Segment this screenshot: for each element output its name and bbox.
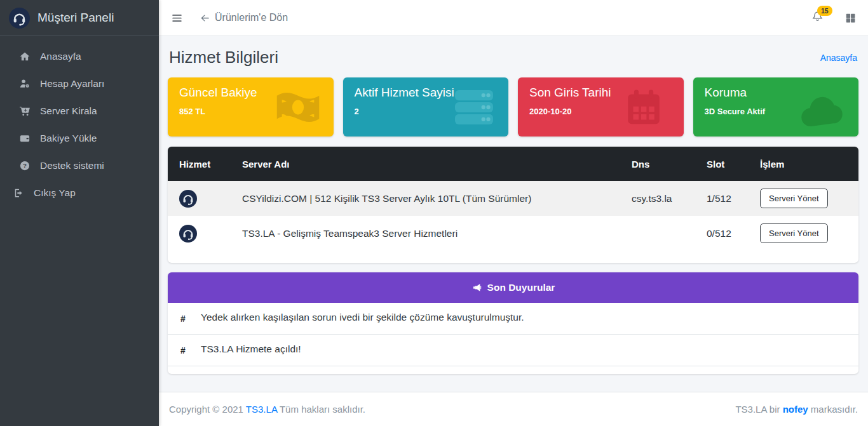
card-title: Son Giris Tarihi [529, 86, 672, 100]
apps-grid-button[interactable] [845, 13, 856, 23]
col-slot: Slot [707, 147, 760, 181]
card-title: Güncel Bakiye [179, 86, 322, 100]
card-title: Koruma [705, 86, 848, 100]
sidebar-item-label: Hesap Ayarları [40, 78, 104, 90]
footer-ts3la-link[interactable]: TS3.LA [246, 404, 277, 415]
announcement-marker: # [168, 345, 201, 356]
brand-title: Müşteri Paneli [37, 11, 114, 25]
wallet-icon [18, 133, 32, 144]
server-dns: csy.ts3.la [632, 181, 707, 216]
footer-copyright: Copyright © 2021 TS3.LA Tüm hakları sakl… [169, 404, 365, 415]
sidebar-item-label: Destek sistemi [40, 160, 104, 171]
card-son-giris: Son Giris Tarihi 2020-10-20 [518, 77, 684, 136]
cart-plus-icon [18, 105, 32, 117]
home-icon [18, 51, 32, 62]
card-title: Aktif Hizmet Sayisi [355, 86, 498, 100]
sidebar-item-label: Server Kirala [40, 105, 97, 117]
summary-cards: Güncel Bakiye 852 TL Aktif Hizmet Sayisi… [168, 77, 858, 136]
content: Hizmet Bilgileri Anasayfa Güncel Bakiye … [159, 36, 868, 392]
server-dns [632, 216, 707, 251]
sidebar-item-label: Anasayfa [40, 51, 81, 62]
announcements-title: Son Duyurular [487, 282, 555, 293]
page-title: Hizmet Bilgileri [169, 48, 278, 67]
sidebar-item-hesap-ayarlari[interactable]: Hesap Ayarları [0, 70, 159, 97]
breadcrumb-anasayfa-link[interactable]: Anasayfa [820, 53, 857, 63]
announcement-text: TS3.LA Hizmete açıldı! [201, 340, 301, 364]
card-guncel-bakiye: Güncel Bakiye 852 TL [168, 77, 334, 136]
col-hizmet: Hizmet [168, 147, 242, 181]
table-header-row: Hizmet Server Adı Dns Slot İşlem [168, 147, 858, 181]
col-islem: İşlem [760, 147, 858, 181]
col-dns: Dns [632, 147, 707, 181]
megaphone-icon [471, 283, 482, 293]
card-value: 2020-10-20 [529, 107, 672, 116]
notification-badge: 15 [817, 6, 832, 16]
server-slot: 0/512 [707, 216, 760, 251]
footer-nofey-link[interactable]: nofey [783, 404, 808, 415]
arrow-left-icon [200, 13, 210, 23]
server-slot: 1/512 [707, 181, 760, 216]
col-server-adi: Server Adı [242, 147, 632, 181]
announcement-marker: # [168, 314, 201, 324]
sidebar-item-bakiye-yukle[interactable]: Bakiye Yükle [0, 124, 159, 152]
server-name: CSYildizi.COM | 512 Kişilik TS3 Server A… [242, 181, 632, 216]
footer: Copyright © 2021 TS3.LA Tüm hakları sakl… [159, 392, 868, 426]
sidebar-item-server-kirala[interactable]: Server Kirala [0, 97, 159, 124]
table-row: CSYildizi.COM | 512 Kişilik TS3 Server A… [168, 181, 858, 216]
footer-brand-suffix: markasıdır. [808, 404, 858, 415]
grid-icon [845, 13, 856, 23]
table-row: TS3.LA - Gelişmiş Teamspeak3 Server Hizm… [168, 216, 858, 251]
footer-brand-note: TS3.LA bir nofey markasıdır. [735, 404, 858, 415]
announcement-text: Yedek alırken kaşılaşılan sorun ivedi bi… [201, 308, 524, 332]
footer-copyright-prefix: Copyright © 2021 [169, 404, 246, 415]
question-circle-icon [18, 160, 32, 171]
headset-logo-icon [9, 8, 30, 29]
back-link-label: Ürünlerim'e Dön [215, 12, 288, 23]
headset-logo-icon [179, 190, 197, 208]
breadcrumb: Anasayfa [820, 52, 857, 63]
card-aktif-hizmet: Aktif Hizmet Sayisi 2 [343, 77, 509, 136]
server-name: TS3.LA - Gelişmiş Teamspeak3 Server Hizm… [242, 216, 632, 251]
brand[interactable]: Müşteri Paneli [0, 0, 159, 36]
announcement-item: # Yedek alırken kaşılaşılan sorun ivedi … [168, 303, 858, 335]
services-table-card: Hizmet Server Adı Dns Slot İşlem CSYildi… [168, 147, 858, 263]
manage-server-button[interactable]: Serveri Yönet [760, 223, 828, 243]
topbar: Ürünlerim'e Dön 15 [159, 0, 868, 36]
card-koruma: Koruma 3D Secure Aktif [693, 77, 859, 136]
card-value: 3D Secure Aktif [705, 107, 848, 116]
announcements-header: Son Duyurular [168, 272, 858, 303]
sign-out-icon [11, 187, 25, 199]
sidebar-item-destek-sistemi[interactable]: Destek sistemi [0, 152, 159, 179]
sidebar: Müşteri Paneli Anasayfa Hesap Ayarları S… [0, 0, 159, 426]
hamburger-icon[interactable] [171, 13, 183, 23]
sidebar-item-anasayfa[interactable]: Anasayfa [0, 43, 159, 70]
sidebar-nav: Anasayfa Hesap Ayarları Server Kirala Ba… [0, 36, 159, 213]
announcements-card: Son Duyurular # Yedek alırken kaşılaşıla… [168, 272, 858, 374]
card-value: 852 TL [179, 107, 322, 116]
card-value: 2 [355, 107, 498, 116]
announcement-item: # TS3.LA Hizmete açıldı! [168, 335, 858, 366]
footer-brand-prefix: TS3.LA bir [735, 404, 782, 415]
sidebar-item-label: Cıkış Yap [34, 187, 76, 199]
manage-server-button[interactable]: Serveri Yönet [760, 189, 828, 208]
page-head: Hizmet Bilgileri Anasayfa [169, 48, 857, 67]
services-table: Hizmet Server Adı Dns Slot İşlem CSYildi… [168, 147, 858, 251]
user-gear-icon [18, 78, 32, 90]
sidebar-item-label: Bakiye Yükle [40, 133, 97, 144]
notifications-button[interactable]: 15 [811, 10, 824, 25]
back-to-products-link[interactable]: Ürünlerim'e Dön [200, 12, 288, 23]
sidebar-item-cikis-yap[interactable]: Cıkış Yap [0, 179, 159, 206]
headset-logo-icon [179, 225, 197, 243]
main-area: Ürünlerim'e Dön 15 Hizmet Bilgileri Anas… [159, 0, 868, 426]
footer-copyright-suffix: Tüm hakları saklıdır. [277, 404, 365, 415]
